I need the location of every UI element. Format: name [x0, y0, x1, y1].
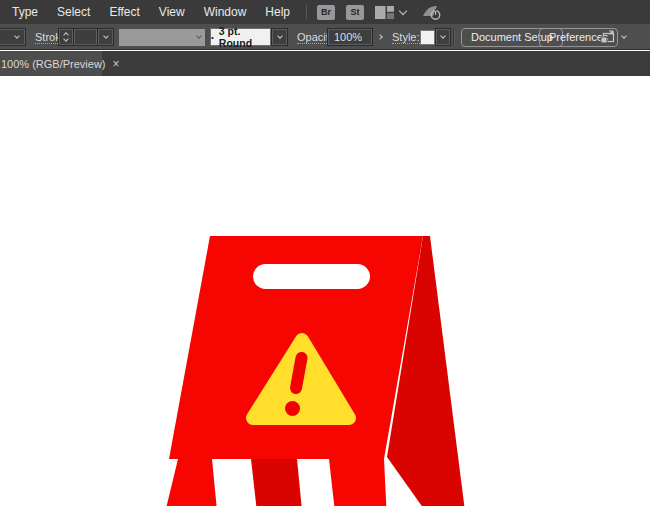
- style-label[interactable]: Style:: [392, 31, 420, 44]
- style-chevron[interactable]: [435, 28, 451, 46]
- brush-preset-value: 3 pt. Round: [219, 25, 270, 49]
- tab-title: 100% (RGB/Preview): [1, 58, 106, 70]
- menu-item-help[interactable]: Help: [265, 5, 290, 19]
- artboard-canvas[interactable]: [0, 76, 650, 506]
- menu-bar: Type Select Effect View Window Help Br S…: [0, 0, 650, 24]
- exclamation-mark-bar: [296, 358, 302, 388]
- fill-dropdown-partial[interactable]: [0, 24, 26, 50]
- stroke-weight-stepper[interactable]: [58, 28, 74, 46]
- menubar-separator: [306, 5, 307, 19]
- menu-items: Type Select Effect View Window Help: [0, 5, 290, 19]
- menu-item-select[interactable]: Select: [57, 5, 90, 19]
- opacity-value: 100%: [334, 31, 362, 43]
- menu-item-view[interactable]: View: [159, 5, 185, 19]
- style-swatch: [420, 30, 435, 45]
- sign-front-left-leg: [163, 459, 218, 506]
- sign-front-right-leg: [329, 459, 387, 506]
- chevron-down-icon: [196, 33, 202, 39]
- menu-item-type[interactable]: Type: [12, 5, 38, 19]
- document-tab[interactable]: 100% (RGB/Preview) ×: [0, 51, 102, 76]
- menu-item-window[interactable]: Window: [204, 5, 247, 19]
- gpu-performance-icon[interactable]: [422, 4, 442, 21]
- stroke-weight-control[interactable]: [58, 24, 114, 50]
- opacity-expand-chevron-right-icon[interactable]: [377, 34, 383, 40]
- arrange-documents-icon[interactable]: [600, 30, 616, 44]
- bridge-button[interactable]: Br: [317, 5, 335, 20]
- tab-close-icon[interactable]: ×: [113, 59, 120, 69]
- chevron-down-icon[interactable]: [621, 33, 627, 39]
- stroke-weight-field[interactable]: [74, 28, 98, 46]
- warning-sign-illustration[interactable]: [150, 216, 490, 506]
- chevron-down-icon: [103, 33, 109, 39]
- workspace-switcher-icon[interactable]: [375, 6, 394, 19]
- exclamation-mark-dot: [285, 401, 300, 416]
- width-profile-dropdown[interactable]: [119, 24, 205, 50]
- stroke-weight-dropdown[interactable]: [98, 28, 114, 46]
- chevron-down-icon: [14, 33, 20, 39]
- sign-handle-hole: [253, 264, 370, 289]
- brush-dot-icon: •: [211, 33, 214, 42]
- brush-preset-dropdown[interactable]: • 3 pt. Round: [210, 24, 288, 50]
- menu-item-effect[interactable]: Effect: [109, 5, 139, 19]
- tab-bar: 100% (RGB/Preview) ×: [0, 51, 650, 76]
- style-swatch-dropdown[interactable]: [420, 24, 451, 50]
- chevron-down-icon: [277, 33, 283, 39]
- opacity-field[interactable]: 100%: [327, 24, 373, 50]
- brush-preset-chevron[interactable]: [271, 28, 288, 46]
- workspace-chevron-down-icon[interactable]: [399, 6, 407, 14]
- sign-back-left-leg: [251, 459, 303, 506]
- stepper-down-icon[interactable]: [63, 36, 69, 42]
- chevron-down-icon: [440, 33, 446, 39]
- control-bar: Stroke: • 3 pt. Round Opacity: 100%: [0, 24, 650, 50]
- stock-button[interactable]: St: [346, 5, 364, 20]
